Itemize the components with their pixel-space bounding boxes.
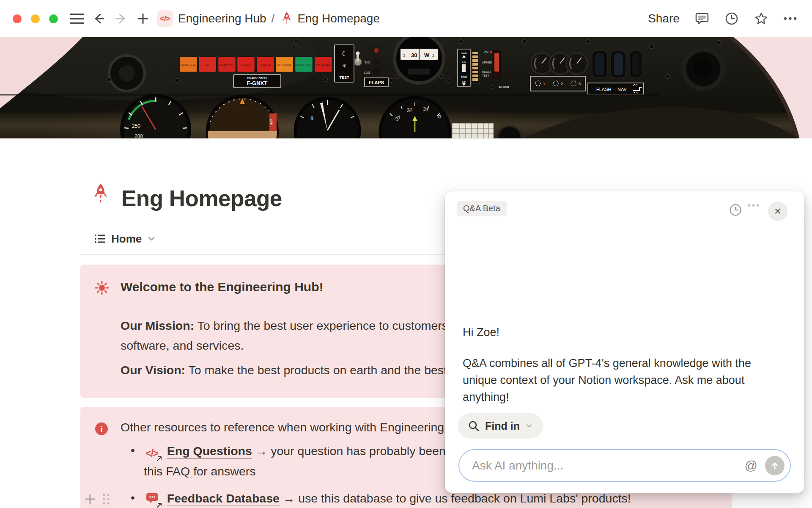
svg-text:TEST: TEST bbox=[339, 75, 349, 80]
app-window: </> Engineering Hub / Eng Homepage Share bbox=[0, 0, 812, 508]
forward-button[interactable] bbox=[113, 11, 129, 27]
svg-text:F-GNXT: F-GNXT bbox=[247, 80, 267, 86]
favorite-star-icon[interactable] bbox=[754, 11, 768, 26]
registration-placard: DR400/155CDI F-GNXT bbox=[233, 75, 281, 88]
page-title: Eng Homepage bbox=[121, 185, 282, 211]
svg-text:FADEC B: FADEC B bbox=[260, 64, 271, 66]
find-in-button[interactable]: Find in bbox=[458, 413, 543, 439]
chevron-down-icon bbox=[525, 422, 533, 430]
svg-text:ARMED: ARMED bbox=[482, 61, 492, 64]
vision-label: Our Vision: bbox=[121, 363, 185, 377]
chevron-down-icon bbox=[147, 235, 156, 243]
hamburger-icon bbox=[70, 14, 84, 24]
svg-text:3: 3 bbox=[579, 82, 581, 86]
feedback-database-link[interactable]: Feedback Database bbox=[167, 491, 280, 506]
resources-intro: Other resources to reference when workin… bbox=[121, 420, 447, 434]
share-button[interactable]: Share bbox=[648, 12, 680, 25]
minimize-window-button[interactable] bbox=[31, 14, 40, 23]
qa-history-icon[interactable] bbox=[729, 203, 742, 217]
svg-text:EN ATTENTE: EN ATTENTE bbox=[277, 64, 292, 66]
svg-text:ALT: ALT bbox=[205, 64, 210, 66]
info-icon: i bbox=[95, 422, 108, 436]
arrow-glyph: → bbox=[255, 444, 268, 458]
svg-text:CARBURANT: CARBURANT bbox=[219, 64, 235, 66]
add-block-button[interactable] bbox=[84, 493, 96, 505]
svg-text:FLASH: FLASH bbox=[596, 87, 612, 92]
svg-text:☾: ☾ bbox=[341, 50, 347, 57]
view-tab-label: Home bbox=[111, 232, 142, 246]
mention-at-button[interactable]: @ bbox=[745, 458, 757, 473]
close-icon: × bbox=[774, 204, 781, 218]
qa-close-button[interactable]: × bbox=[768, 202, 787, 221]
close-window-button[interactable] bbox=[13, 14, 22, 23]
back-button[interactable] bbox=[91, 11, 107, 27]
forward-arrow-icon bbox=[114, 11, 128, 26]
eng-questions-link[interactable]: Eng Questions bbox=[167, 444, 252, 459]
page-cover-image[interactable]: ALERTE CED ALT CARBURANT FADEC A FADEC B… bbox=[0, 37, 812, 138]
svg-text:ON: ON bbox=[484, 51, 488, 54]
svg-text:UP: UP bbox=[462, 81, 466, 83]
svg-text:3: 3 bbox=[403, 53, 405, 58]
welcome-title: Welcome to the Engineering Hub! bbox=[121, 280, 323, 294]
svg-text:LDG: LDG bbox=[364, 71, 370, 75]
ask-ai-input[interactable] bbox=[459, 459, 745, 472]
back-arrow-icon bbox=[92, 11, 106, 26]
breadcrumb-hub-icon[interactable]: </> bbox=[157, 10, 173, 27]
sidebar-toggle-button[interactable] bbox=[69, 11, 85, 27]
new-tab-button[interactable] bbox=[135, 11, 151, 27]
arrow-glyph: → bbox=[283, 491, 295, 505]
svg-text:☀: ☀ bbox=[342, 63, 347, 69]
plus-icon bbox=[136, 11, 150, 26]
traffic-lights bbox=[13, 14, 58, 23]
cockpit-photo: ALERTE CED ALT CARBURANT FADEC A FADEC B… bbox=[0, 37, 812, 138]
svg-text:TRIM: TRIM bbox=[461, 76, 467, 78]
toolbar-actions: Share ••• bbox=[648, 0, 798, 37]
svg-text:NIV LIQUIDE: NIV LIQUIDE bbox=[315, 64, 331, 66]
svg-text:ALERTE CED: ALERTE CED bbox=[180, 64, 196, 66]
list-item-feedback-database: • Feedback Database → use this database … bbox=[131, 491, 631, 506]
qa-message: Q&A combines all of GPT-4's general know… bbox=[463, 355, 761, 406]
flash-nav-panel: FLASH NAV bbox=[588, 51, 644, 95]
page-rocket-icon[interactable] bbox=[91, 183, 110, 205]
send-button[interactable] bbox=[765, 456, 785, 475]
mission-label: Our Mission: bbox=[121, 319, 194, 332]
compass-gauge: 3 30 W 2 bbox=[395, 37, 444, 83]
svg-text:RC200: RC200 bbox=[499, 85, 509, 89]
more-options-button[interactable]: ••• bbox=[784, 13, 798, 24]
qa-ai-panel: Q&A Beta ••• × Hi Zoe! Q&A combines all … bbox=[445, 191, 804, 493]
breadcrumb-separator: / bbox=[272, 12, 275, 25]
zoom-window-button[interactable] bbox=[49, 14, 58, 23]
qa-beta-badge: Q&A Beta bbox=[457, 201, 507, 216]
find-in-label: Find in bbox=[485, 420, 520, 432]
view-tab-home[interactable]: Home bbox=[94, 232, 156, 246]
svg-text:TEST: TEST bbox=[482, 74, 489, 77]
svg-text:30: 30 bbox=[411, 52, 417, 58]
eng-questions-desc-2: this FAQ for answers bbox=[144, 464, 256, 478]
sun-icon bbox=[95, 281, 109, 295]
qa-more-button[interactable]: ••• bbox=[748, 201, 760, 210]
svg-text:2: 2 bbox=[432, 53, 434, 58]
drag-handle[interactable] bbox=[102, 492, 111, 506]
comments-icon[interactable] bbox=[695, 11, 709, 26]
svg-text:FLAPS: FLAPS bbox=[369, 80, 384, 85]
svg-text:T/O: T/O bbox=[462, 61, 466, 63]
list-view-icon bbox=[94, 233, 106, 245]
svg-text:T/O: T/O bbox=[365, 61, 370, 64]
svg-text:RESET: RESET bbox=[482, 70, 491, 73]
svg-text:OFF: OFF bbox=[270, 119, 273, 125]
breadcrumb-hub[interactable]: Engineering Hub bbox=[178, 12, 266, 25]
svg-text:i: i bbox=[100, 424, 103, 434]
ask-ai-input-container: @ bbox=[458, 449, 791, 482]
svg-text:200: 200 bbox=[134, 133, 143, 138]
svg-text:30: 30 bbox=[406, 107, 413, 113]
search-icon bbox=[468, 420, 480, 432]
window-toolbar: </> Engineering Hub / Eng Homepage Share bbox=[0, 0, 812, 37]
svg-text:DWN: DWN bbox=[461, 52, 467, 55]
breadcrumb-page[interactable]: Eng Homepage bbox=[297, 12, 380, 25]
svg-text:DR400/155CDI: DR400/155CDI bbox=[247, 77, 267, 80]
svg-text:NAV: NAV bbox=[617, 87, 627, 92]
trim-indicator: DWN T/O TRIM UP bbox=[458, 49, 470, 86]
bullet-glyph: • bbox=[131, 491, 135, 505]
history-clock-icon[interactable] bbox=[724, 11, 739, 26]
block-controls bbox=[84, 492, 111, 506]
